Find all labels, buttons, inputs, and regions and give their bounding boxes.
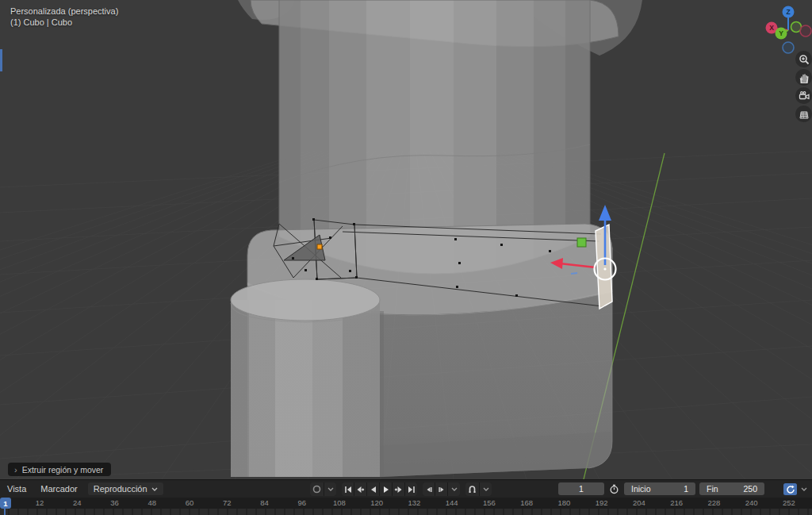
ruler-tick-label: 72 xyxy=(223,498,232,507)
ruler-tick-label: 96 xyxy=(297,498,306,507)
timeline-ruler[interactable]: 1224364860728496108120132144156168180192… xyxy=(0,498,812,509)
axis-z-label: Z xyxy=(786,8,790,16)
ruler-tick-label: 132 xyxy=(408,498,421,507)
small-cylinder-body xyxy=(231,300,380,477)
preview-range-clock-button[interactable] xyxy=(608,482,620,496)
blender-window: Personalizada (perspectiva) (1) Cubo | C… xyxy=(0,0,812,515)
view-name-label: Personalizada (perspectiva) xyxy=(10,6,118,17)
snap-magnet-button[interactable] xyxy=(465,482,479,496)
prev-keyframe-button[interactable] xyxy=(354,482,366,496)
axis-neg-z-ball[interactable] xyxy=(783,42,794,53)
sync-options-dropdown[interactable] xyxy=(801,487,807,491)
viewport-controls xyxy=(795,51,812,124)
play-reverse-button[interactable] xyxy=(367,482,379,496)
ruler-tick-label: 36 xyxy=(110,498,119,507)
snap-options-dropdown[interactable] xyxy=(480,482,492,496)
playback-sync-button[interactable] xyxy=(783,483,797,495)
end-frame-field[interactable]: Fin 250 xyxy=(699,482,764,495)
operator-panel-label: Extruir región y mover xyxy=(22,465,104,475)
ruler-tick-label: 180 xyxy=(557,498,570,507)
menu-vista[interactable]: Vista xyxy=(0,484,33,494)
jump-to-end-button[interactable] xyxy=(405,482,417,496)
frame-range-controls: 1 Inicio 1 Fin 250 xyxy=(558,482,812,496)
3d-viewport[interactable]: Personalizada (perspectiva) (1) Cubo | C… xyxy=(0,0,812,479)
ruler-tick-label: 192 xyxy=(596,498,608,507)
navigation-gizmo[interactable]: Z X Y xyxy=(763,3,812,56)
timeline-header: Vista Marcador Reproducción xyxy=(0,479,812,498)
ruler-tick-label: 228 xyxy=(707,498,720,507)
keying-set-dropdown[interactable] xyxy=(324,482,336,496)
viewport-scene xyxy=(0,0,812,479)
axis-y-label: Y xyxy=(779,29,783,37)
jump-to-start-button[interactable] xyxy=(342,482,354,496)
toggle-ortho-grid-button[interactable] xyxy=(795,106,812,122)
ruler-tick-label: 60 xyxy=(186,498,194,507)
step-forward-frame-button[interactable] xyxy=(435,482,447,496)
ruler-tick-label: 84 xyxy=(260,498,269,507)
ruler-tick-label: 144 xyxy=(446,498,458,507)
camera-view-button[interactable] xyxy=(795,87,812,104)
chevron-down-icon xyxy=(151,487,158,491)
playback-controls xyxy=(310,482,492,496)
playhead-line[interactable] xyxy=(4,509,6,515)
active-object-label: (1) Cubo | Cubo xyxy=(10,17,72,28)
start-frame-field[interactable]: Inicio 1 xyxy=(624,482,695,495)
timeline-track[interactable] xyxy=(0,509,812,515)
play-button[interactable] xyxy=(380,482,392,496)
ruler-tick-label: 12 xyxy=(36,498,44,507)
current-frame-field[interactable]: 1 xyxy=(558,482,604,495)
ruler-tick-label: 24 xyxy=(73,498,82,507)
active-vertex[interactable] xyxy=(317,244,322,249)
ruler-tick-label: 240 xyxy=(745,498,758,507)
playhead[interactable]: 1 xyxy=(0,498,11,509)
frame-options-dropdown[interactable] xyxy=(448,482,460,496)
small-cylinder-top xyxy=(231,279,380,321)
expand-chevron-icon: › xyxy=(14,464,17,474)
ruler-tick-label: 168 xyxy=(520,498,533,507)
chevron-down-icon xyxy=(451,487,458,491)
stopwatch-icon xyxy=(609,484,619,494)
ruler-tick-label: 252 xyxy=(783,498,795,507)
zoom-button[interactable] xyxy=(795,51,812,67)
pan-hand-button[interactable] xyxy=(795,69,812,86)
ruler-tick-label: 120 xyxy=(370,498,383,507)
axis-x-label: X xyxy=(769,24,774,32)
gizmo-plane-handle[interactable] xyxy=(577,238,586,247)
sync-icon xyxy=(786,485,795,494)
next-keyframe-button[interactable] xyxy=(393,482,404,496)
ruler-tick-label: 216 xyxy=(670,498,683,507)
ruler-tick-label: 156 xyxy=(483,498,496,507)
menu-reproduccion[interactable]: Reproducción xyxy=(88,482,163,495)
chevron-down-icon xyxy=(483,487,489,491)
ruler-tick-label: 108 xyxy=(333,498,346,507)
chevron-down-icon xyxy=(327,487,334,491)
axis-neg-x-ball[interactable] xyxy=(800,25,811,37)
ruler-tick-label: 48 xyxy=(147,498,156,507)
toolbar-indicator[interactable] xyxy=(0,49,2,71)
menu-marcador[interactable]: Marcador xyxy=(33,484,84,494)
auto-keyframe-button[interactable] xyxy=(310,482,324,496)
magnet-icon xyxy=(468,485,477,494)
operator-panel[interactable]: › Extruir región y mover xyxy=(8,463,111,476)
step-back-frame-button[interactable] xyxy=(423,482,435,496)
ruler-tick-label: 204 xyxy=(633,498,645,507)
